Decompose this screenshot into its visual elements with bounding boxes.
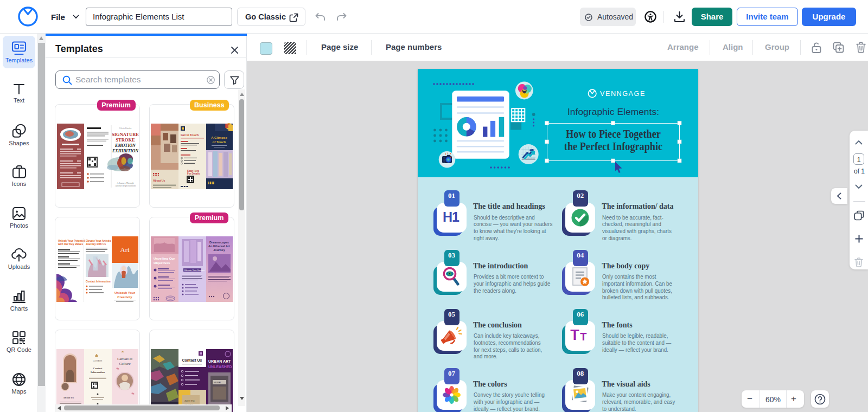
svg-text:Abstract Expressionism: Abstract Expressionism (115, 184, 136, 187)
svg-text:Unleash Your: Unleash Your (114, 291, 136, 294)
svg-text:Get In Touch: Get In Touch (181, 133, 199, 137)
svg-text:Unlock Your Potential: Unlock Your Potential (58, 240, 85, 242)
svg-text:About Us: About Us (153, 179, 165, 182)
svg-text:EXHIBITION: EXHIBITION (112, 149, 139, 153)
svg-text:of Touch: of Touch (212, 140, 226, 144)
svg-text:SIGNATURE: SIGNATURE (112, 132, 139, 137)
svg-text:STROKE: STROKE (116, 137, 135, 143)
svg-text:Creativity: Creativity (117, 295, 132, 299)
svg-text:UNLEASHED: UNLEASHED (208, 365, 232, 369)
svg-text:A Glimpse: A Glimpse (211, 136, 227, 139)
svg-text:Journey with Us: Journey with Us (86, 243, 106, 246)
svg-text:Contact Us: Contact Us (182, 358, 202, 362)
svg-text:Unveiling Our: Unveiling Our (154, 257, 175, 260)
svg-text:MURAL: MURAL (214, 381, 222, 384)
svg-text:Contact Information: Contact Information (86, 280, 111, 283)
svg-text:Olivia Bianka: Olivia Bianka (119, 127, 132, 130)
svg-text:URBAN ART: URBAN ART (208, 359, 231, 363)
svg-text:with Our Key Values: with Our Key Values (58, 243, 83, 246)
svg-text:LUXTAIRE: LUXTAIRE (93, 360, 103, 362)
svg-text:Culture: Culture (119, 362, 130, 366)
svg-text:Elevate Your Artistic: Elevate Your Artistic (86, 240, 111, 242)
svg-text:Objectives: Objectives (154, 261, 170, 265)
svg-text:Information: Information (91, 371, 105, 374)
svg-text:Dreamscapes: Dreamscapes (209, 241, 229, 244)
svg-text:EMOTION: EMOTION (114, 143, 136, 148)
svg-text:Art: Art (120, 246, 130, 254)
svg-text:An Ethereal Art: An Ethereal Art (208, 244, 230, 248)
svg-text:For Details: For Details (187, 172, 200, 175)
svg-text:Journey: Journey (213, 248, 225, 252)
svg-text:Contact: Contact (93, 367, 103, 370)
svg-text:VENNGAGE: VENNGAGE (600, 90, 646, 98)
svg-text:About Us: About Us (63, 396, 74, 399)
svg-text:Elevate Your Senses: Elevate Your Senses (184, 269, 205, 272)
svg-text:JOIN TO: JOIN TO (184, 400, 195, 402)
svg-text:Canvas to: Canvas to (117, 357, 133, 361)
